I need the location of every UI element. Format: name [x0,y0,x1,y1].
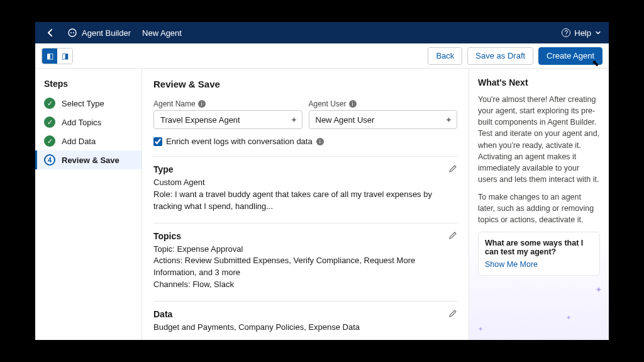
data-heading: Data [153,309,457,319]
type-section: Type Custom Agent Role: I want a travel … [153,156,457,213]
data-section: Data Budget and Payments, Company Polici… [153,301,457,334]
svg-point-2 [73,32,74,33]
check-icon: ✓ [44,98,55,109]
whats-next-panel: What's Next You're almost there! After c… [469,69,609,340]
help-label: Help [574,28,591,38]
agent-name-input[interactable] [153,110,303,129]
step-add-data[interactable]: ✓ Add Data [35,132,142,150]
create-agent-button[interactable]: Create Agent ⬉ [538,47,602,65]
type-heading: Type [153,164,457,174]
check-icon: ✓ [44,116,55,128]
whats-next-p2: To make changes to an agent later, such … [478,191,600,225]
step-add-topics[interactable]: ✓ Add Topics [35,113,142,132]
breadcrumb-current: New Agent [142,28,182,38]
steps-sidebar: Steps ✓ Select Type ✓ Add Topics ✓ Add D… [35,69,142,340]
sparkle-icon[interactable]: ✦ [291,115,297,125]
enrich-label: Enrich event logs with conversation data [166,137,313,146]
sparkle-icon: ✦ [478,325,483,332]
toolbar: ◧ ◨ Back Save as Draft Create Agent ⬉ [35,43,609,69]
svg-point-1 [70,32,72,33]
svg-point-0 [69,29,76,37]
back-arrow-icon[interactable] [43,25,58,40]
enrich-checkbox[interactable] [153,137,162,146]
agent-user-label: Agent User i [309,99,458,108]
help-icon: ? [562,28,570,37]
main-panel: Review & Save Agent Name i ✦ [142,69,469,340]
whats-next-heading: What's Next [478,77,600,88]
panel-right-icon[interactable]: ◨ [57,48,72,64]
sparkle-icon[interactable]: ✦ [445,115,452,125]
step-label: Add Data [62,137,96,146]
type-value: Custom Agent [153,177,457,189]
step-number: 4 [44,154,55,166]
info-icon[interactable]: i [349,100,357,108]
panel-left-icon[interactable]: ◧ [42,48,57,64]
step-select-type[interactable]: ✓ Select Type [35,94,142,113]
chevron-down-icon [595,28,601,38]
agent-user-input[interactable] [309,110,458,129]
check-icon: ✓ [44,135,55,147]
topics-actions: Actions: Review Submitted Expenses, Veri… [153,255,457,279]
tip-question: What are some ways that I can test my ag… [485,239,593,256]
data-value: Budget and Payments, Company Policies, E… [153,322,457,334]
view-toggle[interactable]: ◧ ◨ [42,48,73,64]
topics-topic: Topic: Expense Approval [153,244,457,256]
page-title: Review & Save [153,79,457,89]
sparkle-icon: ✦ [595,285,602,295]
back-button[interactable]: Back [428,47,462,65]
steps-heading: Steps [35,79,142,94]
type-role: Role: I want a travel buddy agent that t… [153,189,457,213]
info-icon[interactable]: i [198,100,206,108]
topics-section: Topics Topic: Expense Approval Actions: … [153,223,457,291]
info-icon[interactable]: i [316,138,324,145]
edit-icon[interactable] [448,164,457,176]
topics-channels: Channels: Flow, Slack [153,279,457,291]
app-name[interactable]: Agent Builder [82,28,131,38]
tip-card: What are some ways that I can test my ag… [478,232,600,276]
step-review-save[interactable]: 4 Review & Save [35,150,142,169]
agent-name-label: Agent Name i [153,99,303,108]
help-menu[interactable]: ? Help [562,28,601,38]
bot-icon [67,27,78,38]
topics-heading: Topics [153,231,457,241]
sparkle-icon: ✦ [566,314,571,321]
edit-icon[interactable] [448,309,457,320]
step-label: Add Topics [62,118,101,127]
edit-icon[interactable] [448,231,457,242]
step-label: Review & Save [62,156,119,165]
show-me-more-link[interactable]: Show Me More [485,260,538,269]
whats-next-p1: You're almost there! After creating your… [478,94,600,185]
step-label: Select Type [62,99,104,108]
save-draft-button[interactable]: Save as Draft [467,47,533,65]
top-navbar: Agent Builder New Agent ? Help [35,22,609,43]
